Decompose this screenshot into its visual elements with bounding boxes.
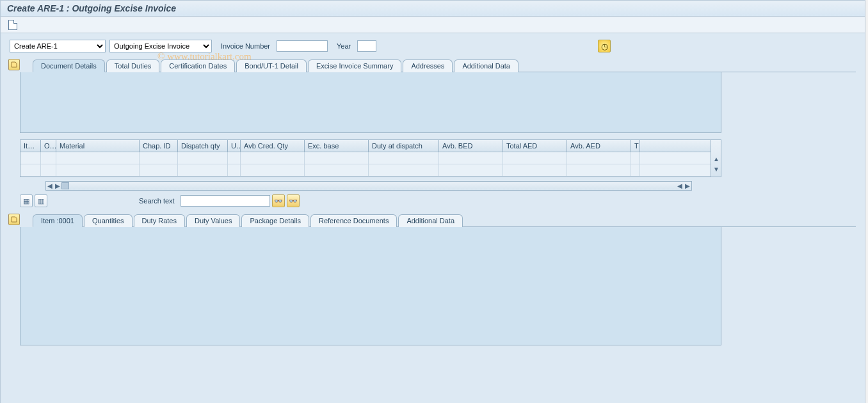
items-grid[interactable]: Item OK Material Chap. ID Dispatch qty U… (20, 139, 721, 177)
collapse-item-icon[interactable] (8, 214, 20, 225)
scroll-left-icon[interactable]: ◀ (46, 182, 54, 189)
col-avb-cred-qty[interactable]: Avb Cred. Qty (241, 140, 305, 152)
table-row[interactable] (20, 152, 721, 164)
col-item[interactable]: Item (20, 140, 41, 152)
col-avb-bed[interactable]: Avb. BED (439, 140, 503, 152)
scroll-down-icon[interactable]: ▼ (713, 166, 719, 173)
find-icon[interactable]: 👓 (272, 194, 285, 207)
deselect-all-icon[interactable]: ▥ (35, 194, 47, 207)
scroll-right-inner-icon[interactable]: ▶ (54, 182, 61, 189)
tab-additional-data[interactable]: Additional Data (454, 59, 518, 72)
col-total-aed[interactable]: Total AED (503, 140, 567, 152)
col-avb-aed[interactable]: Avb. AED (567, 140, 631, 152)
grid-vscroll[interactable]: ▲ ▼ (711, 140, 721, 177)
tab-addresses[interactable]: Addresses (403, 59, 453, 72)
item-tab-content (20, 227, 721, 345)
filter-row: Create ARE-1 Outgoing Excise Invoice Inv… (10, 40, 856, 52)
item-section: Item :0001 Quantities Duty Rates Duty Va… (10, 214, 856, 345)
search-input[interactable] (181, 195, 270, 207)
tab-quantities[interactable]: Quantities (84, 214, 133, 227)
invoice-number-label: Invoice Number (221, 42, 270, 50)
tab-duty-rates[interactable]: Duty Rates (134, 214, 185, 227)
tab-reference-documents[interactable]: Reference Documents (310, 214, 397, 227)
tab-item-0001[interactable]: Item :0001 (33, 214, 83, 227)
tab-item-additional-data[interactable]: Additional Data (398, 214, 463, 227)
create-mode-select[interactable]: Create ARE-1 (10, 40, 106, 52)
header-tab-content (20, 72, 721, 133)
item-tabstrip: Item :0001 Quantities Duty Rates Duty Va… (33, 214, 856, 227)
grid-body (20, 152, 721, 177)
tab-certification-dates[interactable]: Certification Dates (161, 59, 235, 72)
scroll-left-end-icon[interactable]: ◀ (676, 182, 684, 189)
scroll-up-icon[interactable]: ▲ (713, 155, 719, 162)
tab-duty-values[interactable]: Duty Values (186, 214, 241, 227)
reference-type-select[interactable]: Outgoing Excise Invoice (109, 40, 212, 52)
col-chap-id[interactable]: Chap. ID (140, 140, 178, 152)
year-label: Year (337, 42, 351, 50)
collapse-header-icon[interactable] (8, 59, 20, 70)
grid-toolbar: ▦ ▥ Search text 👓 👓 (20, 194, 856, 207)
tab-bond-ut1-detail[interactable]: Bond/UT-1 Detail (236, 59, 307, 72)
tab-excise-invoice-summary[interactable]: Excise Invoice Summary (308, 59, 401, 72)
grid-hscroll[interactable]: ◀ ▶ ◀ ▶ (45, 181, 692, 191)
find-next-icon[interactable]: 👓 (287, 194, 300, 207)
header-section: Document Details Total Duties Certificat… (10, 59, 856, 133)
invoice-number-input[interactable] (277, 40, 328, 52)
table-row[interactable] (20, 164, 721, 177)
tab-total-duties[interactable]: Total Duties (106, 59, 159, 72)
app-toolbar (1, 17, 865, 33)
col-material[interactable]: Material (56, 140, 140, 152)
header-tabstrip: Document Details Total Duties Certificat… (33, 59, 856, 72)
tab-document-details[interactable]: Document Details (33, 59, 105, 72)
tab-package-details[interactable]: Package Details (241, 214, 309, 227)
scroll-right-icon[interactable]: ▶ (684, 182, 691, 189)
col-t[interactable]: T (631, 140, 640, 152)
col-dispatch-qty[interactable]: Dispatch qty (178, 140, 228, 152)
select-all-icon[interactable]: ▦ (20, 194, 33, 207)
grid-header: Item OK Material Chap. ID Dispatch qty U… (20, 140, 721, 152)
search-label: Search text (139, 197, 175, 205)
col-uom[interactable]: U... (228, 140, 241, 152)
page-title: Create ARE-1 : Outgoing Excise Invoice (1, 1, 865, 17)
scroll-thumb[interactable] (61, 182, 69, 189)
col-ok[interactable]: OK (41, 140, 56, 152)
new-document-icon[interactable] (8, 20, 17, 30)
col-duty-at-dispatch[interactable]: Duty at dispatch (369, 140, 439, 152)
col-exc-base[interactable]: Exc. base (305, 140, 369, 152)
execute-icon[interactable] (598, 40, 611, 52)
year-input[interactable] (357, 40, 376, 52)
